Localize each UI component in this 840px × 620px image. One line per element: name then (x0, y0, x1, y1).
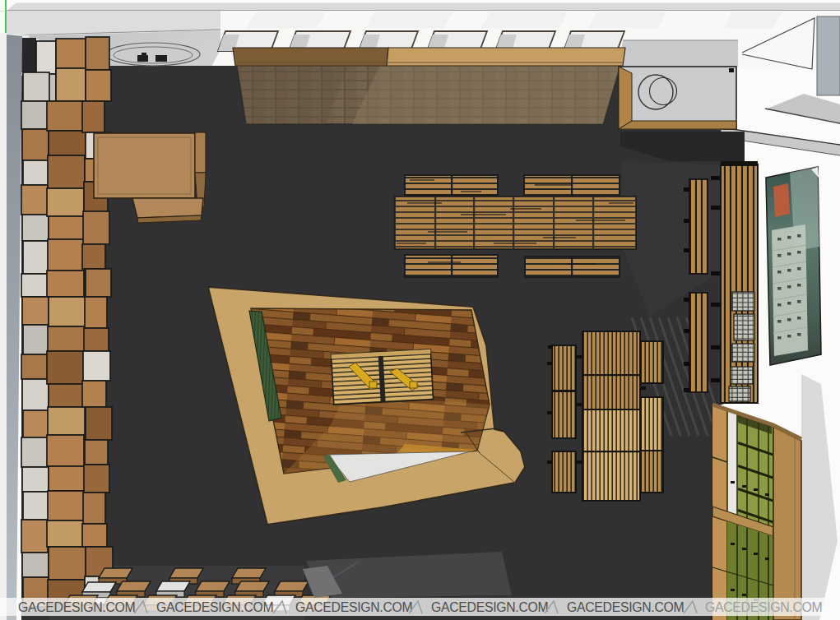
svg-text:GACEDESIGN.COM: GACEDESIGN.COM (156, 600, 273, 614)
svg-text:GACEDESIGN.COM: GACEDESIGN.COM (295, 600, 412, 614)
svg-text:GACEDESIGN.COM: GACEDESIGN.COM (705, 600, 822, 614)
svg-text:GACEDESIGN.COM: GACEDESIGN.COM (431, 600, 548, 614)
svg-text:GACEDESIGN.COM: GACEDESIGN.COM (567, 600, 684, 614)
svg-text:GACEDESIGN.COM: GACEDESIGN.COM (18, 600, 135, 614)
